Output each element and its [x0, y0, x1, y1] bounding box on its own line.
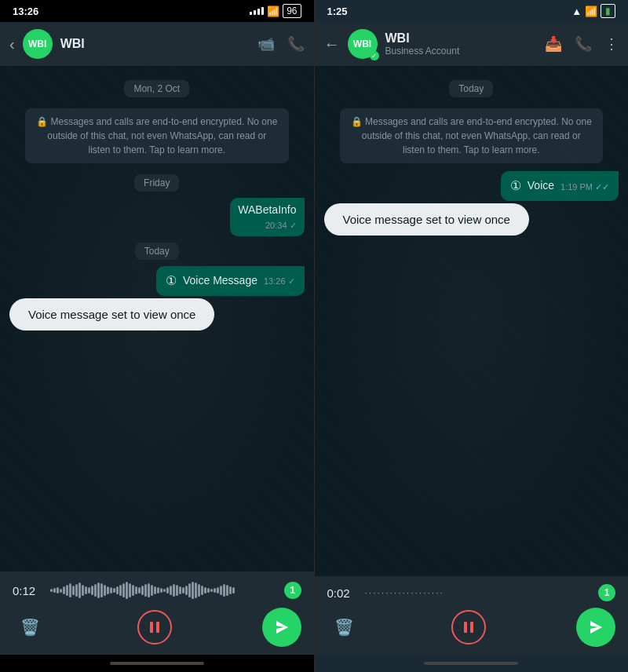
date-pill-today: Today: [135, 243, 179, 260]
date-pill-mon: Mon, 2 Oct: [124, 80, 189, 97]
right-voice-tick: ✓✓: [595, 181, 609, 193]
waveform-bar: [113, 588, 115, 593]
right-panel: 1:25 ▲ 📶 ▮ ← WBI ✓ WBI Business Account …: [315, 0, 629, 672]
delete-button-left[interactable]: 🗑️: [13, 610, 47, 645]
send-button-right[interactable]: [576, 608, 615, 647]
voice-time: 13:26: [264, 276, 286, 287]
bubble-voice[interactable]: ① Voice Message 13:26 ✓: [156, 266, 304, 296]
msg-meta: 20:34 ✓: [238, 220, 296, 232]
waveform-bar: [173, 584, 175, 597]
waveform-bar: [217, 587, 219, 593]
left-waveform: [50, 579, 275, 601]
add-call-icon[interactable]: 📞: [575, 35, 592, 53]
message-text: WABetaInfo: [238, 203, 296, 216]
archive-icon[interactable]: 📥: [545, 35, 562, 53]
waveform-bar: [110, 587, 112, 593]
date-separator-today-right: Today: [324, 80, 619, 97]
waveform-bar: [91, 586, 93, 595]
send-button-left[interactable]: [262, 608, 301, 647]
waveform-bar: [97, 583, 100, 598]
right-audio-time: 0:02: [327, 586, 356, 600]
view-once-notice-row-left: Voice message set to view once: [9, 298, 305, 331]
right-bubble-voice[interactable]: ① Voice 1:19 PM ✓✓: [501, 171, 619, 201]
waveform-bar: [63, 586, 65, 594]
waveform-bar: [154, 586, 156, 594]
encryption-notice-row: 🔒 Messages and calls are end-to-end encr…: [9, 104, 305, 168]
avatar-wrapper-right: WBI ✓: [348, 29, 378, 59]
left-audio-time: 0:12: [13, 584, 41, 597]
left-time: 13:26: [13, 5, 38, 17]
date-separator-today: Today: [9, 243, 305, 260]
waveform-bar: [94, 584, 97, 597]
waveform-bar: [192, 582, 194, 599]
right-encryption-notice[interactable]: 🔒 Messages and calls are end-to-end encr…: [340, 108, 604, 163]
right-status-icons: ▲ 📶 ▮: [571, 4, 615, 18]
verified-icon: ✓: [370, 51, 379, 60]
waveform-bar: [60, 589, 62, 593]
msg-tick: ✓: [290, 220, 297, 232]
waveform-bar: [214, 588, 216, 593]
delete-button-right[interactable]: 🗑️: [327, 610, 362, 645]
header-action-icons: 📹 📞: [257, 35, 305, 53]
right-chat-header: ← WBI ✓ WBI Business Account 📥 📞 ⋮: [315, 22, 629, 66]
voice-view-once-icon-right: ①: [510, 177, 521, 195]
date-pill-friday: Friday: [134, 174, 179, 192]
signal-icon-right: 📶: [585, 5, 597, 17]
video-call-icon[interactable]: 📹: [257, 35, 275, 53]
waveform-bar: [151, 585, 153, 596]
waveform-bar: [78, 583, 81, 598]
waveform-bar: [132, 585, 134, 596]
right-home-bar: [424, 662, 518, 665]
date-separator-friday: Friday: [9, 174, 305, 192]
right-contact-badge: 1: [598, 584, 615, 601]
waveform-bar: [126, 582, 128, 599]
back-button[interactable]: ‹: [9, 35, 15, 53]
waveform-bar: [229, 586, 232, 594]
right-header-action-icons: 📥 📞 ⋮: [545, 35, 619, 53]
voice-view-once-icon: ①: [166, 272, 177, 290]
svg-marker-5: [590, 621, 602, 634]
left-home-indicator: [0, 655, 314, 672]
waveform-bar: [53, 588, 56, 593]
view-once-notice-left: Voice message set to view once: [9, 298, 214, 331]
waveform-bar: [220, 586, 222, 595]
voice-meta: 13:26 ✓: [264, 276, 295, 287]
waveform-bar: [138, 587, 141, 593]
waveform-bar: [66, 585, 68, 596]
message-row-voice: ① Voice Message 13:26 ✓: [9, 266, 305, 296]
voice-call-icon[interactable]: 📞: [287, 35, 305, 53]
right-encryption-notice-row: 🔒 Messages and calls are end-to-end encr…: [324, 104, 619, 168]
svg-rect-0: [150, 622, 153, 633]
message-row-wabetainfo: WABetaInfo 20:34 ✓: [9, 198, 305, 236]
wifi-icon: 📶: [267, 5, 279, 17]
waveform-bar: [148, 583, 150, 597]
more-options-icon[interactable]: ⋮: [604, 35, 619, 53]
date-pill-today-right: Today: [449, 80, 493, 97]
right-time: 1:25: [327, 5, 348, 17]
right-bottom-bar: 0:02 ··················· 1 🗑️: [315, 576, 629, 655]
svg-rect-1: [156, 622, 159, 633]
chat-name: WBI: [60, 37, 250, 51]
waveform-bar: [119, 585, 122, 596]
bubble-wabetainfo[interactable]: WABetaInfo 20:34 ✓: [230, 198, 304, 236]
waveform-bar: [176, 585, 178, 596]
voice-label: Voice Message: [183, 273, 257, 289]
waveform-bar: [144, 584, 147, 597]
left-status-bar: 13:26 📶 96: [0, 0, 314, 22]
pause-button-right[interactable]: [451, 610, 486, 645]
pause-button-left[interactable]: [137, 610, 172, 645]
encryption-notice[interactable]: 🔒 Messages and calls are end-to-end encr…: [25, 108, 289, 163]
waveform-bar: [226, 585, 228, 596]
waveform-bar: [107, 586, 109, 594]
left-contact-badge: 1: [284, 582, 301, 599]
back-button-right[interactable]: ←: [324, 35, 340, 53]
view-once-notice-right: Voice message set to view once: [324, 203, 529, 236]
left-audio-controls: 0:12 1: [13, 579, 301, 601]
waveform-bar: [104, 585, 106, 596]
svg-rect-3: [464, 622, 467, 633]
left-chat-body: Mon, 2 Oct 🔒 Messages and calls are end-…: [0, 66, 314, 572]
waveform-bar: [204, 587, 206, 593]
waveform-bar: [166, 587, 169, 593]
left-status-icons: 📶 96: [250, 4, 301, 18]
right-voice-label: Voice: [528, 178, 554, 194]
